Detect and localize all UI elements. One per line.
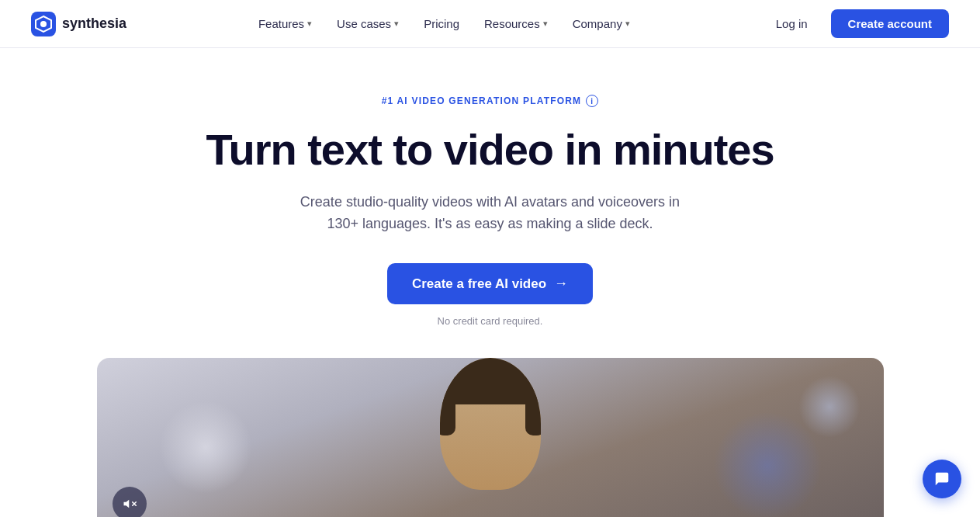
hero-section: #1 AI VIDEO GENERATION PLATFORM i Turn t… (0, 48, 980, 517)
logo-link[interactable]: synthesia (31, 12, 126, 36)
bg-blur-right2 (798, 376, 861, 438)
nav-company[interactable]: Company ▾ (562, 11, 641, 36)
nav-features[interactable]: Features ▾ (248, 11, 323, 36)
hero-title: Turn text to video in minutes (206, 126, 774, 174)
resources-chevron-icon: ▾ (543, 19, 548, 29)
avatar-head (440, 358, 541, 490)
company-label: Company (573, 17, 622, 30)
login-button[interactable]: Log in (762, 11, 822, 36)
logo-text: synthesia (62, 16, 126, 32)
chat-widget[interactable] (923, 460, 961, 498)
svg-point-1 (40, 21, 47, 27)
cta-label: Create a free AI video (412, 276, 546, 292)
bg-blur-right (713, 411, 822, 517)
nav-pricing[interactable]: Pricing (413, 11, 470, 36)
main-nav: synthesia Features ▾ Use cases ▾ Pricing… (0, 0, 980, 48)
use-cases-label: Use cases (337, 17, 391, 30)
pricing-label: Pricing (424, 17, 459, 30)
hero-badge: #1 AI VIDEO GENERATION PLATFORM i (382, 95, 599, 107)
features-chevron-icon: ▾ (307, 19, 312, 29)
nav-actions: Log in Create account (762, 9, 949, 38)
company-chevron-icon: ▾ (625, 19, 630, 29)
hero-subtitle: Create studio-quality videos with AI ava… (289, 191, 692, 236)
bg-blur-left (159, 401, 252, 494)
logo-icon (31, 12, 56, 36)
info-icon: i (586, 95, 598, 107)
badge-text: #1 AI VIDEO GENERATION PLATFORM (382, 95, 582, 106)
use-cases-chevron-icon: ▾ (394, 19, 399, 29)
nav-links: Features ▾ Use cases ▾ Pricing Resources… (248, 11, 641, 36)
features-label: Features (258, 17, 304, 30)
nav-use-cases[interactable]: Use cases ▾ (326, 11, 410, 36)
cta-note: No credit card required. (438, 315, 543, 327)
avatar-hair-right (525, 358, 541, 435)
mute-icon (123, 497, 137, 511)
avatar-hair-left (440, 358, 455, 435)
resources-label: Resources (484, 17, 540, 30)
chat-icon (933, 470, 951, 488)
arrow-right-icon: → (554, 276, 568, 292)
video-preview (97, 358, 884, 517)
mute-button[interactable] (113, 487, 147, 517)
avatar-silhouette (413, 358, 568, 517)
nav-resources[interactable]: Resources ▾ (473, 11, 559, 36)
create-account-button[interactable]: Create account (831, 9, 949, 38)
cta-button[interactable]: Create a free AI video → (387, 263, 593, 304)
